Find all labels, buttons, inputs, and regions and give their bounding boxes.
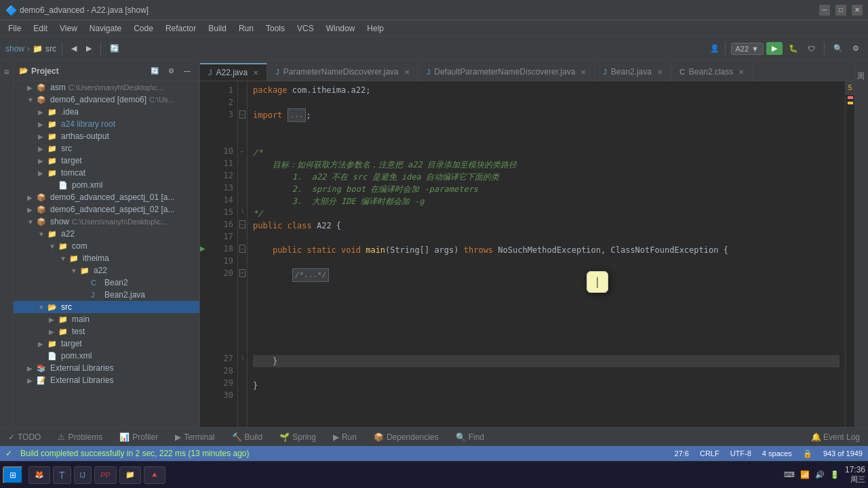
tree-item-pom-show[interactable]: ▶ 📄 pom.xml [14,350,199,362]
fold-import-icon[interactable]: − [239,110,245,119]
position[interactable]: 943 of 1949 [823,449,863,458]
tree-item-bean2java[interactable]: ▶ J Bean2.java [14,289,199,301]
tree-item-a22[interactable]: ▼ 📁 a22 [14,228,199,240]
tree-item-a24[interactable]: ▶ 📁 a24 library root [14,118,199,130]
tree-item-target-demo6[interactable]: ▶ 📁 target [14,155,199,167]
tab-close-icon[interactable]: ✕ [580,68,586,76]
forward-button[interactable]: ▶ [83,42,95,55]
tree-item-main[interactable]: ▶ 📁 main [14,313,199,325]
tree-item-arthas[interactable]: ▶ 📁 arthas-output [14,130,199,142]
sync-button[interactable]: 🔄 [106,42,123,55]
tab-bean2class[interactable]: C Bean2.class ✕ [671,63,753,81]
encoding[interactable]: UTF-8 [730,449,751,458]
indent[interactable]: 4 spaces [762,449,792,458]
bottom-tab-terminal[interactable]: ▶ Terminal [167,430,223,445]
menu-run[interactable]: Run [233,22,259,35]
sidebar-action-1[interactable]: 🔄 [147,65,162,77]
taskbar-explorer[interactable]: 📁 [119,466,141,484]
sidebar-collapse[interactable]: — [180,65,194,77]
menu-help[interactable]: Help [361,22,389,35]
menu-build[interactable]: Build [203,22,232,35]
tree-item-a22sub[interactable]: ▼ 📁 a22 [14,264,199,277]
menu-window[interactable]: Window [321,22,361,35]
cursor-position[interactable]: 27:6 [675,449,689,458]
bottom-tab-spring[interactable]: 🌱 Spring [271,430,325,445]
menu-file[interactable]: File [3,22,26,35]
title-bar-controls[interactable]: ─ □ ✕ [819,5,863,16]
folder-icon: 📁 [47,340,58,348]
bottom-tab-problems[interactable]: ⚠ Problems [50,430,111,445]
tree-item-scratches[interactable]: ▶ 📝 External Libraries [14,374,199,386]
bottom-tab-run[interactable]: ▶ Run [325,430,366,445]
menu-tools[interactable]: Tools [260,22,290,35]
tab-default-parameter[interactable]: J DefaultParameterNameDiscoverer.java ✕ [418,63,595,81]
tree-item-demo6[interactable]: ▼ 📦 demo6_advanced [demo6] C:\Us... [14,94,199,106]
run-gutter-icon[interactable]: ▶ [200,243,211,255]
fold-import-placeholder[interactable]: ... [288,108,307,122]
user-icon: 👤 [710,44,719,53]
run-config-dropdown[interactable]: A22 ▼ [731,43,764,55]
tree-item-target-show[interactable]: ▶ 📁 target [14,338,199,350]
tree-item-bean2[interactable]: ▶ C Bean2 [14,277,199,289]
event-log-tab[interactable]: 🔔 Event Log [803,432,868,442]
tree-item-test[interactable]: ▶ 📁 test [14,325,199,338]
tree-arrow-icon: ▶ [27,365,37,372]
taskbar-firefox[interactable]: 🦊 [28,466,50,484]
tree-item-src-demo6[interactable]: ▶ 📁 src [14,142,199,155]
tree-item-itheima[interactable]: ▼ 📁 itheima [14,252,199,264]
tab-parameter-name[interactable]: J ParameterNameDiscoverer.java ✕ [267,63,418,81]
taskbar-vlc[interactable]: 🔺 [144,466,165,484]
tab-close-icon[interactable]: ✕ [404,68,410,76]
tab-close-icon[interactable]: ✕ [253,69,258,77]
firefox-icon: 🦊 [35,470,44,479]
fold-class-icon[interactable]: − [239,220,245,228]
run-button[interactable]: ▶ [766,42,783,55]
tree-item-asm[interactable]: ▶ 📦 asm C:\Users\manyh\Desktop\c... [14,81,199,94]
fold-block-placeholder[interactable]: /*...*/ [292,268,329,282]
tree-item-idea[interactable]: ▶ 📁 .idea [14,106,199,118]
fold-block-icon[interactable]: + [239,269,245,277]
menu-navigate[interactable]: Navigate [84,22,127,35]
back-button[interactable]: ◀ [68,42,80,55]
minimize-button[interactable]: ─ [819,5,830,16]
tab-a22[interactable]: J A22.java ✕ [200,63,267,81]
close-button[interactable]: ✕ [852,5,863,16]
tree-item-show[interactable]: ▼ 📦 show C:\Users\manyh\Desktop\c... [14,216,199,228]
taskbar-powerpoint[interactable]: PP [94,466,117,484]
code-content[interactable]: package com.itheima.a22; import ...; /* … [248,81,845,427]
tree-item-src-show[interactable]: ▼ 📂 src [14,301,199,313]
menu-view[interactable]: View [54,22,83,35]
tree-arrow-icon: ▶ [38,121,47,128]
search-button[interactable]: 🔍 [830,42,846,55]
right-tab-label[interactable]: 周三 [855,61,868,72]
bottom-tab-profiler[interactable]: 📊 Profiler [111,430,167,445]
tree-item-tomcat[interactable]: ▶ 📁 tomcat [14,167,199,179]
bottom-tab-build[interactable]: 🔨 Build [224,430,272,445]
sidebar-action-2[interactable]: ⚙ [165,65,178,77]
bottom-tab-find[interactable]: 🔍 Find [448,430,493,445]
line-ending[interactable]: CRLF [700,449,719,458]
menu-vcs[interactable]: VCS [292,22,319,35]
menu-code[interactable]: Code [128,22,159,35]
bottom-tab-todo[interactable]: ✓ TODO [0,430,50,445]
maximize-button[interactable]: □ [835,5,846,16]
taskbar-typora[interactable]: T [53,466,71,484]
fold-method-icon[interactable]: − [239,245,245,253]
tab-close-icon[interactable]: ✕ [738,68,744,76]
tree-item-aspectj01[interactable]: ▶ 📦 demo6_advanced_aspectj_01 [a... [14,191,199,203]
tab-bean2[interactable]: J Bean2.java ✕ [595,63,671,81]
start-button[interactable]: ⊞ [3,466,23,484]
menu-edit[interactable]: Edit [28,22,53,35]
tab-close-icon[interactable]: ✕ [657,68,663,76]
menu-refactor[interactable]: Refactor [160,22,201,35]
tree-item-pom[interactable]: ▶ 📄 pom.xml [14,179,199,191]
taskbar-intellij[interactable]: IJ [74,466,92,484]
debug-button[interactable]: 🐛 [785,42,802,55]
tree-item-com[interactable]: ▼ 📁 com [14,240,199,252]
bottom-tab-dependencies[interactable]: 📦 Dependencies [366,430,448,445]
tree-item-external-libs[interactable]: ▶ 📚 External Libraries [14,362,199,374]
settings-button[interactable]: ⚙ [849,42,863,55]
tree-item-aspectj02[interactable]: ▶ 📦 demo6_advanced_aspectj_02 [a... [14,203,199,216]
structure-icon[interactable]: ≡ [1,64,12,80]
coverage-button[interactable]: 🛡 [804,43,818,55]
